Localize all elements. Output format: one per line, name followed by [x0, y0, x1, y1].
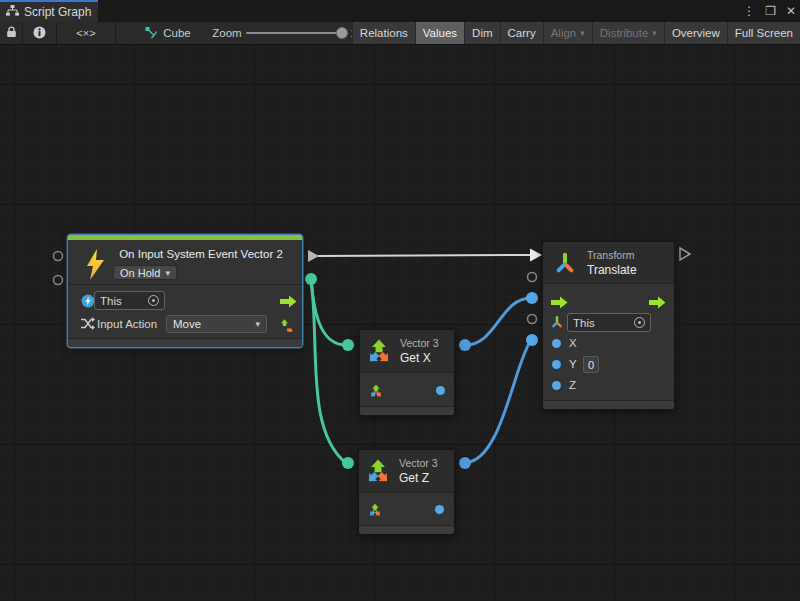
y-port-dot[interactable] — [552, 360, 561, 369]
node-category: Transform — [587, 249, 634, 261]
transform-port-icon[interactable] — [550, 315, 564, 333]
tab-bar: Script Graph ⋮ ❐ ✕ — [0, 0, 800, 22]
node-on-input-system-event[interactable]: On Input System Event Vector 2 On Hold ▾… — [68, 235, 302, 347]
wire-exec[interactable] — [318, 255, 531, 256]
port-event-this-in[interactable] — [54, 252, 63, 261]
y-value-input[interactable]: 0 — [583, 356, 599, 373]
exec-input-arrow-icon[interactable] — [551, 295, 568, 313]
port-getz-in[interactable] — [342, 457, 354, 469]
getx-footer — [360, 406, 454, 415]
vector3-input-port-icon[interactable] — [367, 502, 383, 522]
z-port-dot[interactable] — [552, 381, 561, 390]
vector3-icon — [364, 336, 394, 370]
fullscreen-button[interactable]: Full Screen — [727, 22, 800, 44]
zoom-slider-track[interactable] — [246, 32, 344, 34]
node-title: Get X — [400, 351, 431, 365]
toolbar-button-group: Relations Values Dim Carry Align ▾ Distr… — [352, 22, 800, 44]
maximize-icon[interactable]: ❐ — [765, 4, 776, 18]
z-port-label: Z — [569, 379, 576, 391]
port-translate-z-in[interactable] — [526, 334, 538, 346]
event-mode-dropdown[interactable]: On Hold ▾ — [113, 265, 177, 280]
exec-output-arrow-icon[interactable] — [649, 295, 666, 313]
chevron-down-icon: ▾ — [652, 28, 657, 38]
exec-wire-start-arrow[interactable] — [308, 250, 319, 262]
input-action-label: Input Action — [97, 318, 157, 330]
float-output-port[interactable] — [435, 505, 444, 514]
exec-wire-end-arrow[interactable] — [530, 249, 542, 262]
transform-icon — [553, 250, 577, 280]
chevron-down-icon: ▾ — [255, 319, 260, 329]
graph-canvas[interactable]: On Input System Event Vector 2 On Hold ▾… — [0, 45, 800, 601]
chevron-down-icon: ▾ — [165, 268, 170, 278]
event-target-field[interactable]: This — [94, 291, 165, 310]
exec-output-arrow-icon[interactable] — [280, 294, 297, 312]
target-picker-icon[interactable] — [148, 295, 159, 306]
input-action-dropdown[interactable]: Move ▾ — [166, 315, 267, 333]
port-translate-x-in[interactable] — [526, 292, 538, 304]
overview-button[interactable]: Overview — [664, 22, 727, 44]
port-translate-exec-out[interactable] — [680, 248, 690, 260]
graph-toolbar: <×> Cube Zoom 1x Relations — [0, 22, 800, 45]
node-category: Vector 3 — [400, 337, 439, 349]
event-header: On Input System Event Vector 2 On Hold ▾ — [68, 240, 302, 285]
y-port-label: Y — [569, 358, 577, 370]
hierarchy-icon — [6, 5, 19, 19]
zoom-slider[interactable] — [246, 22, 344, 44]
graph-icon — [145, 26, 158, 41]
wire-getz-to-z[interactable] — [465, 340, 531, 463]
node-translate[interactable]: Transform Translate — [542, 241, 675, 410]
port-getx-out[interactable] — [459, 339, 471, 351]
vector2-output-icon[interactable] — [279, 315, 296, 336]
relations-button[interactable]: Relations — [352, 22, 415, 44]
close-icon[interactable]: ✕ — [786, 4, 796, 18]
port-translate-this-in[interactable] — [528, 273, 537, 282]
carry-button[interactable]: Carry — [500, 22, 543, 44]
script-graph-window: Script Graph ⋮ ❐ ✕ — [0, 0, 800, 601]
vector3-input-port-icon[interactable] — [368, 383, 384, 403]
lightning-bolt-icon — [86, 249, 105, 284]
target-picker-icon[interactable] — [634, 317, 645, 328]
node-title: On Input System Event Vector 2 — [104, 248, 298, 260]
port-getz-out[interactable] — [459, 457, 471, 469]
getz-header: Vector 3 Get Z — [359, 450, 454, 493]
port-getx-in[interactable] — [342, 339, 354, 351]
input-system-icon — [81, 294, 95, 312]
node-get-x[interactable]: Vector 3 Get X — [359, 329, 455, 416]
node-category: Vector 3 — [399, 457, 438, 469]
x-port-dot[interactable] — [552, 339, 561, 348]
input-action-icon — [80, 316, 95, 335]
translate-target-field[interactable]: This — [567, 313, 651, 332]
node-title: Get Z — [399, 471, 429, 485]
node-title: Translate — [587, 263, 637, 277]
translate-header: Transform Translate — [543, 242, 674, 284]
chevron-down-icon: ▾ — [580, 28, 585, 38]
distribute-button[interactable]: Distribute ▾ — [592, 22, 664, 44]
tab-script-graph[interactable]: Script Graph — [0, 0, 98, 22]
tab-title: Script Graph — [24, 5, 91, 19]
getz-footer — [359, 525, 454, 534]
wire-vector2-to-getz[interactable] — [311, 279, 346, 463]
graph-breadcrumb[interactable]: Cube — [138, 22, 198, 44]
node-get-z[interactable]: Vector 3 Get Z — [358, 449, 455, 535]
lock-button[interactable] — [0, 22, 22, 44]
info-icon — [33, 26, 46, 41]
align-button[interactable]: Align ▾ — [543, 22, 592, 44]
getx-header: Vector 3 Get X — [360, 330, 454, 373]
port-event-action-in[interactable] — [54, 276, 63, 285]
values-button[interactable]: Values — [415, 22, 464, 44]
event-footer — [68, 338, 302, 347]
vector3-icon — [363, 456, 393, 490]
dim-button[interactable]: Dim — [464, 22, 499, 44]
window-menu-icon[interactable]: ⋮ — [743, 4, 755, 18]
wire-getx-to-x[interactable] — [465, 298, 531, 345]
graph-name-label: Cube — [163, 27, 191, 39]
csharp-preview-button[interactable]: <×> — [57, 22, 115, 44]
window-controls: ⋮ ❐ ✕ — [743, 0, 796, 22]
x-port-label: X — [569, 337, 577, 349]
lock-icon — [6, 26, 17, 40]
port-translate-y-in[interactable] — [528, 315, 537, 324]
wire-vector2-to-getx[interactable] — [311, 279, 346, 345]
float-output-port[interactable] — [436, 386, 445, 395]
inspect-button[interactable] — [23, 22, 56, 44]
port-event-vector2-out[interactable] — [305, 273, 317, 285]
